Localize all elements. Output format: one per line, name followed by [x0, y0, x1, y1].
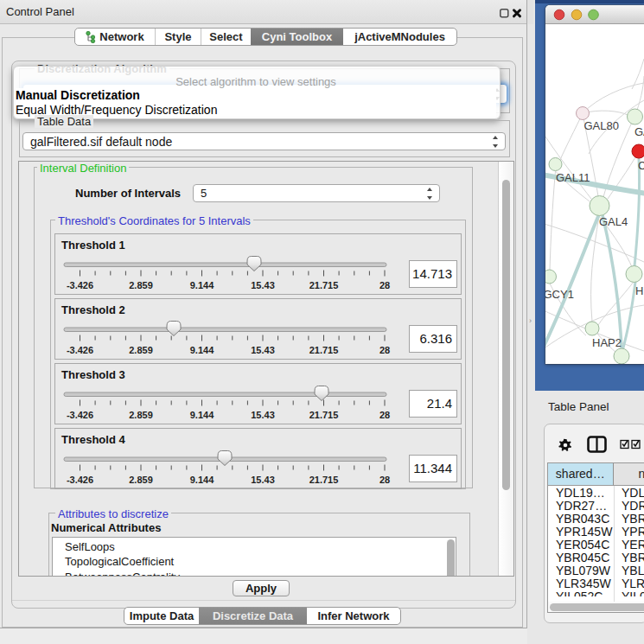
- svg-text:2.859: 2.859: [129, 345, 153, 355]
- svg-text:15.43: 15.43: [251, 475, 275, 485]
- svg-text:GCY1: GCY1: [545, 288, 574, 301]
- svg-text:28: 28: [379, 475, 390, 485]
- svg-text:28: 28: [379, 280, 390, 290]
- svg-text:15.43: 15.43: [251, 280, 275, 290]
- svg-text:21.715: 21.715: [309, 345, 339, 355]
- svg-text:28: 28: [379, 410, 390, 420]
- svg-text:15.43: 15.43: [251, 410, 275, 420]
- svg-text:GAL4: GAL4: [599, 215, 628, 228]
- svg-text:2.859: 2.859: [129, 475, 153, 485]
- svg-text:GA: GA: [634, 125, 644, 138]
- svg-text:9.144: 9.144: [190, 345, 214, 355]
- svg-text:9.144: 9.144: [190, 280, 214, 290]
- svg-text:GAL11: GAL11: [556, 171, 590, 184]
- svg-text:HAP2: HAP2: [592, 336, 622, 349]
- svg-text:2.859: 2.859: [129, 280, 153, 290]
- svg-text:CY: CY: [638, 159, 644, 172]
- svg-text:2.859: 2.859: [129, 410, 153, 420]
- svg-text:-3.426: -3.426: [67, 280, 93, 290]
- svg-text:-3.426: -3.426: [67, 410, 93, 420]
- svg-text:21.715: 21.715: [309, 410, 339, 420]
- svg-text:H: H: [635, 284, 643, 297]
- svg-text:9.144: 9.144: [190, 410, 214, 420]
- svg-text:15.43: 15.43: [251, 345, 275, 355]
- svg-text:21.715: 21.715: [309, 475, 339, 485]
- svg-text:21.715: 21.715: [309, 280, 339, 290]
- svg-text:-3.426: -3.426: [67, 475, 93, 485]
- svg-text:GAL80: GAL80: [584, 119, 619, 132]
- svg-text:28: 28: [379, 345, 390, 355]
- svg-text:-3.426: -3.426: [67, 345, 93, 355]
- svg-text:9.144: 9.144: [190, 475, 214, 485]
